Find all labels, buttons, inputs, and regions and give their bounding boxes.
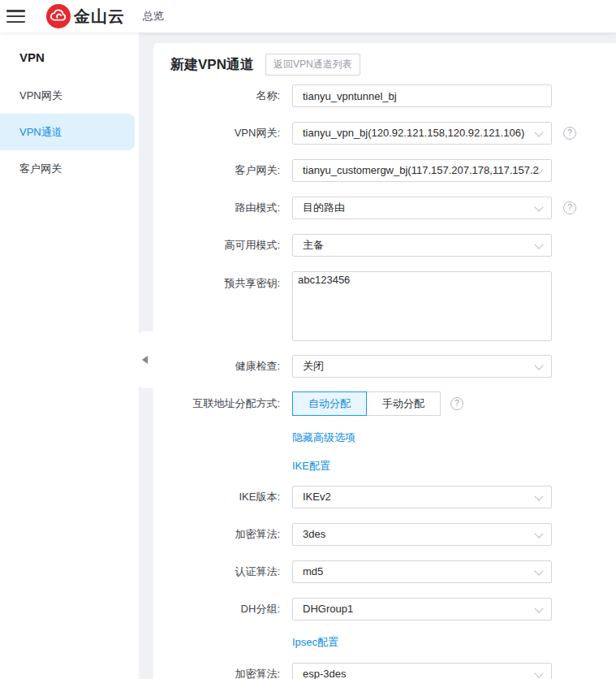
- name-label: 名称:: [170, 89, 292, 103]
- menu-icon[interactable]: [6, 10, 25, 23]
- manual-alloc-button[interactable]: 手动分配: [366, 391, 441, 416]
- ike-version-select[interactable]: IKEv2: [292, 486, 552, 508]
- vpn-gateway-select[interactable]: tianyu_vpn_bj(120.92.121.158,120.92.121.…: [292, 122, 552, 145]
- form-row-ike-version: IKE版本: IKEv2: [170, 486, 616, 508]
- vpn-gateway-help-icon[interactable]: ?: [563, 127, 576, 140]
- sidebar: VPN VPN网关 VPN通道 客户网关: [0, 32, 139, 679]
- address-alloc-label: 互联地址分配方式:: [170, 396, 292, 411]
- form-row-ha-mode: 高可用模式: 主备: [170, 234, 616, 257]
- top-header: 金山云 总览: [0, 0, 616, 32]
- form-row-name: 名称:: [170, 84, 616, 107]
- sidebar-title: VPN: [0, 50, 139, 64]
- sidebar-item-vpn-gateway[interactable]: VPN网关: [0, 77, 135, 114]
- vpn-gateway-label: VPN网关:: [170, 126, 292, 141]
- hide-advanced-options-link[interactable]: 隐藏高级选项: [292, 430, 355, 445]
- form-row-route-mode: 路由模式: 目的路由 ?: [170, 197, 616, 219]
- health-check-label: 健康检查:: [170, 359, 292, 374]
- brand-name: 金山云: [74, 6, 125, 28]
- back-to-list-button[interactable]: 返回VPN通道列表: [265, 54, 360, 76]
- customer-gateway-select[interactable]: tianyu_customergw_bj(117.157.207.178,117…: [292, 159, 552, 182]
- address-alloc-help-icon[interactable]: ?: [450, 397, 463, 410]
- collapse-left-arrow-icon: [142, 356, 148, 364]
- route-mode-help-icon[interactable]: ?: [563, 201, 576, 214]
- dh-group-select[interactable]: DHGroup1: [292, 598, 552, 621]
- form-row-customer-gateway: 客户网关: tianyu_customergw_bj(117.157.207.1…: [170, 159, 616, 182]
- form-row-ike-encryption: 加密算法: 3des: [170, 523, 616, 546]
- auto-alloc-button[interactable]: 自动分配: [292, 391, 367, 416]
- route-mode-label: 路由模式:: [170, 201, 292, 215]
- ipsec-config-link[interactable]: Ipsec配置: [292, 635, 338, 650]
- ike-config-link[interactable]: IKE配置: [292, 459, 330, 474]
- main-content: 新建VPN通道 返回VPN通道列表 名称: VPN网关: tianyu_vpn_…: [153, 43, 616, 679]
- ike-version-label: IKE版本:: [170, 490, 292, 504]
- form-row-health-check: 健康检查: 关闭: [170, 355, 616, 378]
- form-row-ipsec-encryption: 加密算法: esp-3des: [170, 663, 616, 679]
- address-alloc-segmented-control: 自动分配 手动分配: [292, 391, 441, 416]
- form-row-vpn-gateway: VPN网关: tianyu_vpn_bj(120.92.121.158,120.…: [170, 122, 616, 145]
- ike-encryption-select[interactable]: 3des: [292, 523, 552, 546]
- form-row-ike-auth: 认证算法: md5: [170, 560, 616, 583]
- form-row-pre-shared-key: 预共享密钥: abc123456: [170, 271, 616, 344]
- ipsec-encryption-select[interactable]: esp-3des: [292, 663, 552, 679]
- cloud-logo-icon: [46, 4, 71, 28]
- pre-shared-key-label: 预共享密钥:: [170, 271, 292, 291]
- form-row-address-alloc: 互联地址分配方式: 自动分配 手动分配 ?: [170, 391, 616, 416]
- ike-auth-label: 认证算法:: [170, 564, 292, 579]
- ike-auth-select[interactable]: md5: [292, 560, 552, 583]
- sidebar-item-customer-gateway[interactable]: 客户网关: [0, 150, 135, 187]
- nav-overview[interactable]: 总览: [143, 9, 164, 24]
- customer-gateway-label: 客户网关:: [170, 163, 292, 178]
- ipsec-encryption-label: 加密算法:: [170, 667, 292, 679]
- brand-logo[interactable]: 金山云: [46, 4, 125, 28]
- sidebar-collapse-handle[interactable]: [136, 331, 153, 388]
- page-title: 新建VPN通道: [170, 55, 254, 74]
- pre-shared-key-textarea[interactable]: abc123456: [292, 271, 552, 341]
- sidebar-item-vpn-tunnel[interactable]: VPN通道: [0, 114, 135, 150]
- health-check-select[interactable]: 关闭: [292, 355, 552, 378]
- ike-encryption-label: 加密算法:: [170, 527, 292, 542]
- dh-group-label: DH分组:: [170, 602, 292, 616]
- name-input[interactable]: [292, 84, 552, 107]
- route-mode-select[interactable]: 目的路由: [292, 197, 552, 219]
- ha-mode-label: 高可用模式:: [170, 238, 292, 253]
- form-row-dh-group: DH分组: DHGroup1: [170, 598, 616, 621]
- ha-mode-select[interactable]: 主备: [292, 234, 552, 257]
